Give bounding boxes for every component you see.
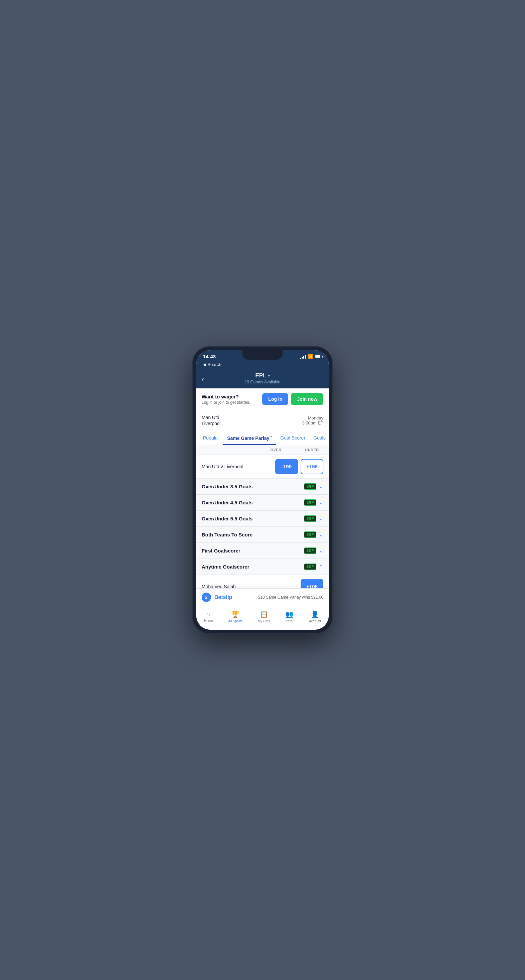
trophy-icon: 🏆: [231, 610, 239, 618]
home-icon: ⌂: [206, 610, 210, 618]
chevron-down-icon-ou35: ⌄: [319, 483, 323, 490]
tab-sgp[interactable]: Same Game Parlay™: [223, 431, 276, 445]
nav-label-refer: Refer: [285, 619, 293, 623]
tabs-container: Popular Same Game Parlay™ Goal Scorer Go…: [196, 431, 329, 445]
bottom-nav: ⌂ Home 🏆 All Sports 📋 My Bets 👥 Refer 👤 …: [196, 606, 329, 630]
signal-bars-icon: [300, 355, 306, 359]
nav-item-all-sports[interactable]: 🏆 All Sports: [224, 609, 246, 624]
wager-subtitle: Log in or join to get started.: [202, 400, 250, 405]
bet-category-ou35-name: Over/Under 3.5 Goals: [202, 484, 253, 489]
bet-category-fg-right: SGP ⌄: [304, 547, 323, 554]
login-button[interactable]: Log in: [262, 393, 288, 405]
betslip-info: $10 Same Game Parlay wins $21.66: [258, 595, 323, 600]
nav-label-home: Home: [204, 619, 213, 623]
game-time: Monday 3:00pm ET: [302, 415, 323, 425]
betslip-label: Betslip: [214, 594, 232, 600]
under-label: UNDER: [301, 448, 323, 452]
player-odd-button-salah[interactable]: +105: [301, 579, 323, 588]
nav-item-home[interactable]: ⌂ Home: [200, 609, 217, 624]
nav-item-refer[interactable]: 👥 Refer: [281, 609, 298, 624]
over-label: OVER: [265, 448, 287, 452]
game-hour: 3:00pm ET: [302, 420, 323, 425]
sgp-badge-ou45: SGP: [304, 500, 316, 506]
header: ‹ EPL ▾ 19 Games Available: [196, 370, 329, 388]
chevron-down-icon-ou55: ⌄: [319, 515, 323, 522]
sgp-badge-ou55: SGP: [304, 515, 316, 522]
bet-category-ou55-name: Over/Under 5.5 Goals: [202, 516, 253, 522]
wager-title: Want to wager?: [202, 394, 250, 399]
tabs: Popular Same Game Parlay™ Goal Scorer Go…: [196, 431, 329, 445]
player-row-salah: Mohamed Salah +105: [196, 575, 329, 588]
game-day: Monday: [302, 415, 323, 420]
refer-icon: 👥: [285, 610, 294, 618]
bet-category-ou35[interactable]: Over/Under 3.5 Goals SGP ⌄: [196, 479, 329, 495]
dropdown-arrow-icon[interactable]: ▾: [268, 373, 270, 378]
game-teams: Man Utd Liverpool: [202, 415, 221, 426]
odds-buttons: -190 +156: [275, 459, 323, 474]
bet-category-ag-right: SGP ⌃: [304, 563, 323, 570]
sgp-badge-ou35: SGP: [304, 483, 316, 490]
nav-item-my-bets[interactable]: 📋 My Bets: [254, 609, 274, 624]
join-button[interactable]: Join now: [291, 393, 323, 405]
status-time: 14:43: [203, 354, 216, 359]
bet-category-fg[interactable]: First Goalscorer SGP ⌄: [196, 543, 329, 559]
under-odd-button[interactable]: +156: [301, 459, 323, 474]
search-back-bar[interactable]: ◀ Search: [196, 361, 329, 370]
chevron-down-icon-fg: ⌄: [319, 547, 323, 554]
bet-category-ou45-right: SGP ⌄: [304, 500, 323, 506]
nav-label-my-bets: My Bets: [258, 619, 270, 623]
betslip-bar[interactable]: 3 Betslip $10 Same Game Parlay wins $21.…: [196, 588, 329, 606]
header-title: EPL ▾: [202, 372, 323, 379]
odds-header: OVER UNDER: [196, 445, 329, 455]
team2-name: Liverpool: [202, 421, 221, 426]
phone-device: 14:43 📶 ◀ Search ‹ EPL: [192, 346, 333, 634]
bet-category-ou55-right: SGP ⌄: [304, 515, 323, 522]
back-button[interactable]: ‹: [202, 375, 204, 383]
bet-category-ou45-name: Over/Under 4.5 Goals: [202, 500, 253, 505]
main-content: Want to wager? Log in or join to get sta…: [196, 388, 329, 588]
sgp-badge-ag: SGP: [304, 563, 316, 570]
sgp-badge-btts: SGP: [304, 531, 316, 538]
bet-category-btts-name: Both Teams To Score: [202, 532, 252, 538]
match-row: Man Utd v Liverpool -190 +156: [196, 455, 329, 479]
chevron-down-icon-ou45: ⌄: [319, 500, 323, 506]
nav-label-all-sports: All Sports: [228, 619, 243, 623]
player-name-salah: Mohamed Salah: [202, 584, 236, 588]
battery-icon: [315, 355, 322, 358]
tab-popular[interactable]: Popular: [199, 431, 223, 445]
status-icons: 📶: [300, 354, 322, 359]
chevron-up-icon-ag: ⌃: [319, 563, 323, 570]
chevron-down-icon-btts: ⌄: [319, 531, 323, 538]
tab-goalscorer[interactable]: Goal Scorer: [276, 431, 309, 445]
nav-label-account: Account: [309, 619, 321, 623]
nav-item-account[interactable]: 👤 Account: [305, 609, 325, 624]
tab-goals[interactable]: Goals: [309, 431, 329, 445]
header-subtitle: 19 Games Available: [202, 380, 323, 384]
over-odd-button[interactable]: -190: [275, 459, 298, 474]
bet-category-btts[interactable]: Both Teams To Score SGP ⌄: [196, 527, 329, 543]
sgp-badge-fg: SGP: [304, 547, 316, 554]
search-back-button[interactable]: ◀ Search: [203, 362, 221, 367]
bet-category-ag-name: Anytime Goalscorer: [202, 564, 249, 570]
bet-category-fg-name: First Goalscorer: [202, 548, 241, 554]
wifi-icon: 📶: [308, 354, 313, 359]
game-info: Man Utd Liverpool Monday 3:00pm ET: [196, 410, 329, 431]
bet-category-btts-right: SGP ⌄: [304, 531, 323, 538]
bet-category-ou35-right: SGP ⌄: [304, 483, 323, 490]
account-icon: 👤: [311, 610, 319, 618]
phone-screen: 14:43 📶 ◀ Search ‹ EPL: [196, 350, 329, 630]
bet-category-ou45[interactable]: Over/Under 4.5 Goals SGP ⌄: [196, 495, 329, 511]
match-name: Man Utd v Liverpool: [202, 464, 243, 469]
bet-category-ou55[interactable]: Over/Under 5.5 Goals SGP ⌄: [196, 511, 329, 527]
wager-text: Want to wager? Log in or join to get sta…: [202, 394, 250, 405]
bet-category-ag[interactable]: Anytime Goalscorer SGP ⌃: [196, 559, 329, 575]
team1-name: Man Utd: [202, 415, 221, 420]
betslip-left: 3 Betslip: [202, 593, 232, 602]
wager-banner: Want to wager? Log in or join to get sta…: [196, 388, 329, 410]
phone-notch: [243, 350, 282, 360]
betslip-count-badge: 3: [202, 593, 211, 602]
wager-buttons: Log in Join now: [262, 393, 323, 405]
bets-icon: 📋: [260, 610, 268, 618]
